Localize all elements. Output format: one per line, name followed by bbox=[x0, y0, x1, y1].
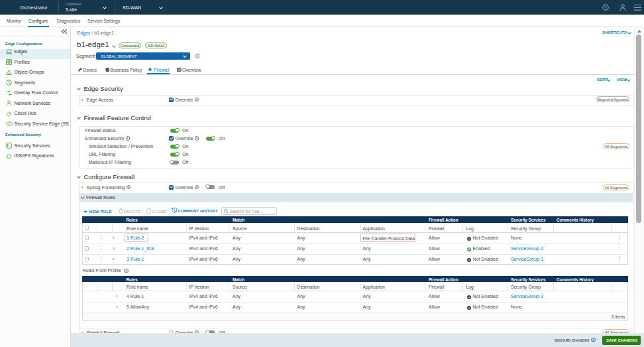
svg-text:?: ? bbox=[604, 5, 607, 9]
